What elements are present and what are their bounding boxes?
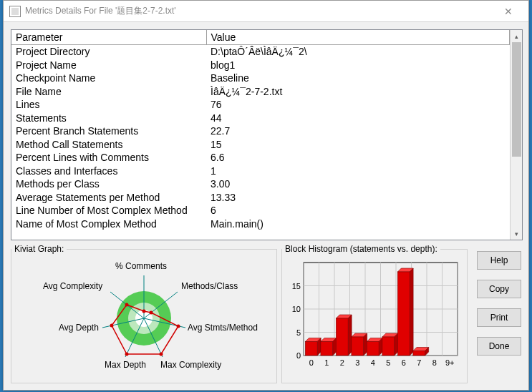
cell-param: Name of Most Complex Method: [11, 217, 206, 231]
histogram-ytick: 0: [296, 351, 301, 360]
header-value[interactable]: Value: [206, 30, 510, 45]
cell-param: Method Call Statements: [11, 138, 206, 152]
svg-marker-45: [395, 333, 398, 356]
kiviat-legend: Kiviat Graph:: [11, 244, 67, 254]
table-row[interactable]: Project Nameblog1: [11, 59, 510, 72]
svg-point-12: [150, 311, 153, 315]
window: Metrics Details For File '题目集2-7-2.txt' …: [3, 0, 529, 391]
kiviat-panel: Kiviat Graph:: [11, 244, 276, 383]
content-area: Parameter Value Project DirectoryD:\ptaÔ…: [11, 29, 521, 383]
vertical-scrollbar[interactable]: ▴ ▾: [510, 30, 522, 240]
histogram-bar: [321, 342, 333, 356]
svg-point-11: [142, 310, 146, 313]
kiviat-label-avg-stmts: Avg Stmts/Method: [188, 323, 258, 333]
histogram-legend: Block Histogram (statements vs. depth):: [282, 244, 440, 254]
metrics-table-scroll[interactable]: Parameter Value Project DirectoryD:\ptaÔ…: [11, 30, 510, 240]
histogram-bar: [382, 337, 395, 356]
table-row[interactable]: Line Number of Most Complex Method6: [11, 204, 510, 217]
table-row[interactable]: Checkpoint NameBaseline: [11, 72, 510, 85]
close-button[interactable]: ✕: [494, 1, 523, 21]
kiviat-body: % Comments Methods/Class Avg Stmts/Metho…: [11, 254, 276, 379]
svg-marker-41: [364, 333, 367, 356]
cell-param: Line Number of Most Complex Method: [11, 204, 206, 217]
histogram-bar: [352, 337, 364, 356]
cell-param: Project Directory: [11, 45, 206, 59]
svg-point-15: [125, 353, 129, 356]
table-row[interactable]: Methods per Class3.00: [11, 177, 510, 191]
window-title: Metrics Details For File '题目集2-7-2.txt': [25, 5, 494, 17]
cell-value: D:\ptaÔ´Âë\ÌâÄ¿¼¯2\: [206, 45, 510, 59]
done-button[interactable]: Done: [477, 337, 521, 356]
histogram-ytick: 10: [292, 305, 301, 313]
cell-value: Main.main(): [206, 217, 510, 231]
kiviat-label-comments: % Comments: [115, 261, 167, 271]
cell-value: blog1: [206, 59, 510, 72]
table-row[interactable]: Percent Branch Statements22.7: [11, 124, 510, 138]
titlebar: Metrics Details For File '题目集2-7-2.txt' …: [4, 1, 528, 22]
svg-point-14: [160, 353, 163, 356]
scroll-thumb[interactable]: [512, 42, 521, 157]
print-button[interactable]: Print: [477, 308, 521, 327]
cell-value: 44: [206, 112, 510, 125]
cell-value: Baseline: [206, 72, 510, 85]
histogram-xtick: 0: [309, 358, 314, 367]
svg-marker-39: [348, 315, 352, 356]
histogram-bar: [305, 342, 317, 356]
scroll-down-arrow-icon[interactable]: ▾: [511, 227, 522, 240]
help-button[interactable]: Help: [477, 251, 521, 270]
cell-value: ÌâÄ¿¼¯2-7-2.txt: [206, 85, 510, 99]
cell-value: 1: [206, 165, 510, 178]
cell-param: Percent Lines with Comments: [11, 151, 206, 165]
cell-param: File Name: [11, 85, 206, 99]
histogram-bar: [397, 272, 410, 356]
histogram-xtick: 4: [371, 358, 375, 367]
histogram-xtick: 6: [402, 358, 406, 367]
table-row[interactable]: Percent Lines with Comments6.6: [11, 151, 510, 165]
histogram-xtick: 3: [355, 358, 359, 367]
cell-value: 15: [206, 138, 510, 152]
kiviat-label-max-complexity: Max Complexity: [160, 360, 221, 370]
table-row[interactable]: File NameÌâÄ¿¼¯2-7-2.txt: [11, 85, 510, 99]
table-row[interactable]: Method Call Statements15: [11, 138, 510, 152]
cell-param: Percent Branch Statements: [11, 124, 206, 138]
scroll-track[interactable]: [511, 42, 522, 227]
histogram-bar: [413, 351, 425, 356]
table-row[interactable]: Lines76: [11, 98, 510, 112]
histogram-xtick: 9+: [445, 358, 455, 367]
histogram-xtick: 7: [417, 358, 421, 367]
histogram-body: 0510150123456789+: [282, 254, 467, 379]
svg-point-13: [177, 325, 180, 328]
table-row[interactable]: Statements44: [11, 112, 510, 125]
cell-value: 13.33: [206, 191, 510, 205]
button-column: Help Copy Print Done: [477, 251, 521, 366]
cell-value: 6: [206, 204, 510, 217]
cell-param: Lines: [11, 98, 206, 112]
histogram-bar: [367, 342, 379, 356]
cell-value: 3.00: [206, 177, 510, 191]
cell-param: Methods per Class: [11, 177, 206, 191]
table-row[interactable]: Average Statements per Method13.33: [11, 191, 510, 205]
histogram-bar: [336, 318, 348, 356]
histogram-xtick: 8: [432, 358, 437, 367]
app-icon: [9, 6, 21, 17]
kiviat-label-max-depth: Max Depth: [105, 360, 146, 370]
cell-value: 22.7: [206, 124, 510, 138]
metrics-table: Parameter Value Project DirectoryD:\ptaÔ…: [11, 30, 510, 230]
histogram-ytick: 5: [296, 328, 301, 337]
kiviat-label-avg-depth: Avg Depth: [59, 323, 99, 333]
copy-button[interactable]: Copy: [477, 280, 521, 298]
cell-param: Checkpoint Name: [11, 72, 206, 85]
cell-value: 6.6: [206, 151, 510, 165]
metrics-table-panel: Parameter Value Project DirectoryD:\ptaÔ…: [11, 29, 523, 240]
scroll-up-arrow-icon[interactable]: ▴: [511, 30, 522, 42]
cell-param: Project Name: [11, 59, 206, 72]
header-parameter[interactable]: Parameter: [11, 30, 206, 45]
histogram-ytick: 15: [292, 282, 301, 290]
table-row[interactable]: Project DirectoryD:\ptaÔ´Âë\ÌâÄ¿¼¯2\: [11, 45, 510, 59]
svg-point-16: [110, 324, 114, 328]
cell-value: 76: [206, 98, 510, 112]
kiviat-label-avg-complexity: Avg Complexity: [43, 281, 102, 291]
table-row[interactable]: Classes and Interfaces1: [11, 165, 510, 178]
cell-param: Classes and Interfaces: [11, 165, 206, 178]
table-row[interactable]: Name of Most Complex MethodMain.main(): [11, 217, 510, 231]
